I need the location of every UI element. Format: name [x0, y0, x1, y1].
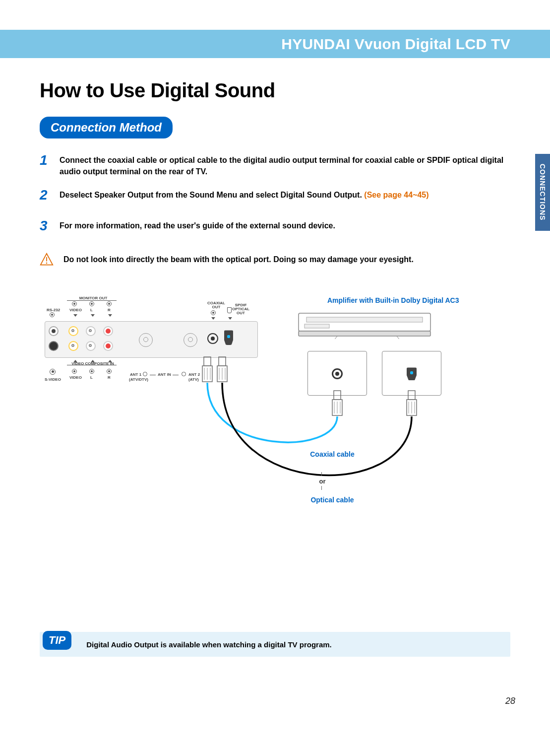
step-row: 3 For more information, read the user's … [40, 219, 510, 233]
page-content: How to Use Digital Sound Connection Meth… [0, 60, 550, 540]
header-bar: HYUNDAI Vvuon Digital LCD TV [0, 30, 550, 60]
svg-rect-9 [204, 357, 211, 366]
warning-icon [40, 253, 54, 267]
warning-row: Do not look into directly the beam with … [40, 253, 510, 267]
step-row: 2 Deselect Speaker Output from the Sound… [40, 188, 510, 202]
page-number: 28 [505, 696, 515, 706]
section-heading: Connection Method [40, 117, 173, 138]
tip-text: Digital Audio Output is available when w… [86, 640, 332, 649]
page-reference: (See page 44~45) [364, 191, 428, 199]
step-number: 3 [40, 219, 60, 233]
side-tab-connections: CONNECTIONS [535, 154, 550, 231]
step-number: 1 [40, 153, 60, 167]
coaxial-cable [40, 281, 501, 535]
page-title: How to Use Digital Sound [40, 79, 510, 102]
warning-text: Do not look into directly the beam with … [63, 255, 414, 264]
step-text: Deselect Speaker Output from the Sound M… [60, 188, 429, 201]
step-number: 2 [40, 188, 60, 202]
step-text: Connect the coaxial cable or optical cab… [60, 153, 510, 177]
step-text: For more information, read the user's gu… [60, 219, 335, 231]
svg-rect-19 [334, 391, 341, 400]
product-line: HYUNDAI Vvuon Digital LCD TV [281, 36, 510, 53]
label-or: or [307, 478, 337, 485]
tip-badge: TIP [43, 631, 71, 650]
svg-rect-24 [408, 391, 415, 400]
tip-bar: TIP Digital Audio Output is available wh… [40, 632, 510, 657]
svg-point-2 [46, 263, 48, 264]
connection-diagram: MONITOR OUT RS-232 VIDEO L R COAXIAL OUT… [40, 281, 501, 535]
svg-rect-14 [219, 357, 226, 366]
label-coaxial-cable: Coaxial cable [307, 450, 357, 458]
step-row: 1 Connect the coaxial cable or optical c… [40, 153, 510, 177]
label-optical-cable: Optical cable [303, 496, 362, 504]
